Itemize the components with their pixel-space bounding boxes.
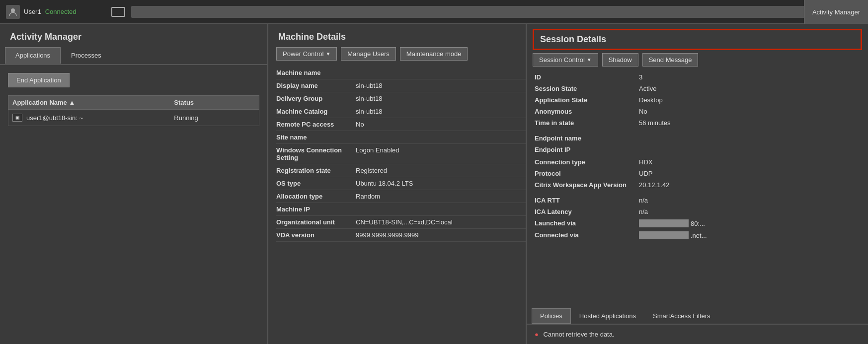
tab-hosted-applications[interactable]: Hosted Applications [571,308,644,324]
chevron-down-icon: ▼ [587,57,592,63]
machine-detail-row: OS typeUbuntu 18.04.2 LTS [276,177,526,190]
session-detail-row: Connection typeHDX [535,156,860,168]
chevron-down-icon: ▼ [325,51,330,57]
bottom-tabs-bar: Policies Hosted Applications SmartAccess… [527,308,868,325]
error-dot-icon: ● [535,331,539,338]
session-detail-row: Application StateDesktop [535,94,860,106]
machine-bar [131,6,814,18]
session-toolbar: Session Control ▼ Shadow Send Message [527,53,868,71]
activity-manager-button[interactable]: Activity Manager [804,0,868,24]
tab-applications[interactable]: Applications [5,47,61,64]
table-row[interactable]: ▣ user1@ubt18-sin: ~ Running [8,110,259,126]
session-detail-row: Endpoint IP [535,144,860,155]
machine-detail-row: Machine Catalogsin-ubt18 [276,105,526,118]
app-name: user1@ubt18-sin: ~ [26,114,83,122]
left-tabs-bar: Applications Processes [0,47,267,65]
machine-detail-row: Organizational unitCN=UBT18-SIN,...C=xd,… [276,216,526,229]
topbar-user: User1 Connected [6,5,105,19]
machine-toolbar: Power Control ▼ Manage Users Maintenance… [268,47,526,67]
session-detail-row: ICA RTTn/a [535,195,860,206]
tab-policies[interactable]: Policies [532,308,571,324]
session-detail-row: ID3 [535,71,860,83]
topbar-username: User1 [24,8,41,15]
machine-detail-row: Delivery Groupsin-ubt18 [276,92,526,105]
machine-detail-row: VDA version9999.9999.9999.9999 [276,229,526,242]
manage-users-button[interactable]: Manage Users [341,47,396,61]
topbar-connection-status: Connected [45,8,77,15]
machine-detail-row: Site name [276,131,526,144]
machine-details-title: Machine Details [268,24,526,47]
session-detail-row: ProtocolUDP [535,168,860,179]
session-detail-row: ICA Latencyn/a [535,206,860,217]
shadow-button[interactable]: Shadow [602,53,638,67]
error-message: Cannot retrieve the data. [543,331,614,338]
monitor-icon [111,7,125,17]
user-avatar-icon [6,5,20,19]
machine-details-content: Machine nameDisplay namesin-ubt18Deliver… [276,67,526,344]
session-details-content: ID3Session StateActiveApplication StateD… [527,71,868,304]
app-icon: ▣ [12,114,22,122]
session-detail-row: Session StateActive [535,83,860,94]
session-detail-row: Citrix Workspace App Version20.12.1.42 [535,179,860,191]
tab-processes[interactable]: Processes [61,47,112,64]
maintenance-mode-button[interactable]: Maintenance mode [400,47,468,61]
session-details-header-box: Session Details [533,29,862,50]
machine-detail-row: Registration stateRegistered [276,164,526,177]
svg-point-0 [11,8,15,12]
col-app-name: Application Name ▲ [12,99,174,106]
machine-detail-row: Windows Connection SettingLogon Enabled [276,144,526,164]
machine-detail-row: Display namesin-ubt18 [276,79,526,92]
power-control-button[interactable]: Power Control ▼ [276,47,337,61]
app-table-header: Application Name ▲ Status [8,95,259,110]
col-status: Status [174,99,255,106]
machine-detail-row: Allocation typeRandom [276,190,526,203]
session-detail-row: Time in state56 minutes [535,117,860,129]
session-detail-row: AnonymousNo [535,106,860,117]
bottom-content-area: ● Cannot retrieve the data. [527,325,868,344]
tab-smartaccess-filters[interactable]: SmartAccess Filters [644,308,719,324]
session-detail-row: Connected via.net... [535,229,860,241]
session-detail-row: Launched via80:... [535,217,860,229]
activity-manager-title: Activity Manager [0,24,267,47]
session-control-button[interactable]: Session Control ▼ [533,53,598,67]
machine-detail-row: Machine name [276,67,526,79]
machine-detail-row: Remote PC accessNo [276,118,526,131]
end-application-button[interactable]: End Application [8,73,70,87]
send-message-button[interactable]: Send Message [642,53,699,67]
machine-detail-row: Machine IP [276,203,526,216]
session-details-title: Session Details [540,34,855,45]
session-detail-row: Endpoint name [535,133,860,144]
app-status: Running [174,114,255,122]
